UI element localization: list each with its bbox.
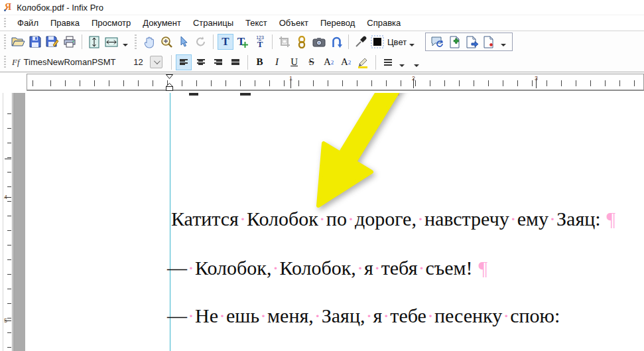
align-justify-icon	[230, 58, 241, 67]
text-order-tool-icon[interactable]: 123 T	[252, 34, 268, 50]
indent-marker[interactable]	[165, 72, 174, 92]
window-title: Колобок.pdf - Infix Pro	[17, 3, 103, 13]
highlighter-button[interactable]	[355, 54, 371, 70]
select-tool-icon[interactable]	[176, 34, 192, 50]
menu-file[interactable]: Файл	[11, 16, 44, 30]
link-tool-icon[interactable]	[294, 34, 310, 50]
space-marker: ·	[365, 305, 373, 326]
space-marker: ·	[187, 257, 195, 279]
page-extract-icon[interactable]	[464, 34, 480, 50]
menu-help[interactable]: Справка	[361, 16, 407, 30]
toolbar-overflow-caret[interactable]	[414, 64, 419, 67]
align-right-icon	[213, 58, 224, 67]
toolbar-group-separator	[135, 35, 137, 49]
space-marker: ·	[509, 208, 517, 230]
text-line[interactable]: —·Не·ешь·меня,·Заяц,·я·тебе·песенку·спою…	[167, 305, 560, 326]
toolbar-separator	[272, 35, 273, 49]
italic-button[interactable]: I	[270, 55, 285, 70]
subscript-button[interactable]: A2	[339, 55, 354, 70]
toolbar-separator	[247, 55, 248, 70]
text-add-tool-icon[interactable]: T	[235, 34, 251, 50]
page-insert-icon[interactable]	[447, 34, 463, 50]
space-marker: ·	[356, 257, 364, 279]
font-dropdown-button[interactable]	[150, 56, 162, 68]
horizontal-ruler[interactable]: 1 2 3	[27, 74, 644, 91]
menu-bar: Файл Правка Просмотр Документ Страницы Т…	[0, 15, 644, 31]
clipped-pilcrow-remnant	[395, 93, 399, 96]
menu-translate[interactable]: Перевод	[314, 16, 361, 30]
bold-button[interactable]: B	[253, 55, 267, 70]
superscript-digit: 2	[331, 59, 334, 66]
ruler-major-tick	[5, 197, 11, 198]
page-delete-icon[interactable]	[482, 34, 497, 50]
toolbar-separator	[213, 35, 214, 49]
fit-options-caret[interactable]	[123, 44, 128, 46]
line-spacing-caret[interactable]	[399, 64, 405, 67]
eyedropper-icon[interactable]	[353, 34, 369, 50]
ruler-row: 1 2 3	[0, 72, 644, 93]
space-marker: ·	[417, 257, 425, 279]
color-swatch-icon[interactable]	[370, 34, 385, 50]
title-bar: Я Колобок.pdf - Infix Pro	[0, 0, 644, 15]
ruler-ticks	[7, 93, 11, 351]
undo-reflow-icon[interactable]	[328, 34, 344, 50]
format-toolbar: Ff TimesNewRomanPSMT 12 B I U S A2 A2	[0, 52, 644, 72]
ruler-major-tick	[5, 320, 11, 321]
space-marker: ·	[426, 305, 434, 326]
space-marker: ·	[187, 305, 195, 326]
menu-view[interactable]: Просмотр	[86, 16, 137, 30]
open-icon[interactable]	[10, 34, 26, 50]
superscript-base: A	[324, 56, 331, 68]
space-marker: ·	[502, 305, 510, 326]
rotate-tool-icon[interactable]	[193, 34, 209, 50]
space-marker: ·	[314, 305, 322, 326]
font-name-value[interactable]: TimesNewRomanPSMT	[24, 57, 130, 67]
comments-refresh-icon[interactable]	[430, 34, 446, 50]
subscript-base: A	[341, 56, 348, 68]
fit-page-width-icon[interactable]	[103, 34, 119, 50]
menu-edit[interactable]: Правка	[44, 16, 86, 30]
crop-tool-icon[interactable]	[277, 34, 292, 50]
font-size-value[interactable]: 12	[130, 57, 147, 67]
menu-document[interactable]: Документ	[137, 16, 187, 30]
space-marker: ·	[347, 208, 355, 230]
align-center-icon	[196, 58, 206, 67]
align-center-button[interactable]	[193, 54, 209, 70]
save-icon[interactable]	[27, 34, 43, 50]
align-left-icon	[178, 58, 189, 67]
space-marker: ·	[259, 305, 267, 326]
space-marker: ·	[239, 208, 247, 230]
main-toolbar: T T 123 T Цвет	[0, 31, 644, 52]
color-caret[interactable]	[409, 44, 415, 46]
toolbar-separator	[348, 35, 349, 49]
text-edit-tool-icon[interactable]: T	[218, 34, 233, 50]
menu-object[interactable]: Объект	[273, 16, 314, 30]
space-marker: ·	[382, 305, 390, 326]
toolbar-separator	[171, 55, 172, 70]
align-left-button[interactable]	[176, 54, 192, 70]
underline-button[interactable]: U	[287, 55, 302, 70]
save-as-icon[interactable]	[44, 34, 60, 50]
pilcrow-marker: ¶	[607, 208, 616, 230]
hand-tool-icon[interactable]	[141, 34, 157, 50]
menu-text[interactable]: Текст	[239, 16, 273, 30]
align-justify-button[interactable]	[227, 54, 243, 70]
fit-page-height-icon[interactable]	[86, 34, 102, 50]
text-line[interactable]: Катится·Колобок·по·дороге,·навстречу·ему…	[171, 208, 615, 230]
clipped-text-remnant	[240, 93, 251, 96]
snapshot-camera-icon[interactable]	[311, 34, 327, 50]
space-marker: ·	[417, 208, 424, 230]
infix-pro-window: Я Колобок.pdf - Infix Pro Файл Правка Пр…	[0, 0, 644, 351]
zoom-tool-icon[interactable]	[159, 34, 174, 50]
color-button-label[interactable]: Цвет	[387, 37, 407, 47]
text-line[interactable]: —·Колобок,·Колобок,·я·тебя·съем!¶	[167, 257, 487, 279]
pages-group-caret[interactable]	[501, 44, 506, 46]
align-right-button[interactable]	[210, 54, 226, 70]
superscript-button[interactable]: A2	[322, 55, 336, 70]
vertical-ruler[interactable]: 4 5	[3, 93, 13, 351]
print-icon[interactable]	[62, 34, 78, 50]
line-spacing-button[interactable]	[380, 54, 396, 70]
menu-pages[interactable]: Страницы	[187, 16, 239, 30]
ruler-major-tick	[536, 78, 537, 88]
strikethrough-button[interactable]: S	[304, 55, 319, 70]
